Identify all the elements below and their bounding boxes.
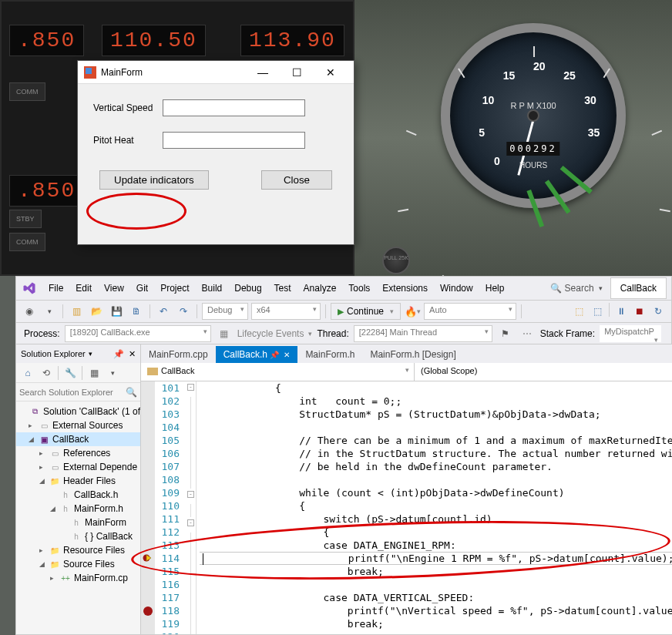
- breakpoint-icon[interactable]: [143, 606, 153, 616]
- pause-icon[interactable]: ⏸: [613, 303, 630, 320]
- pin-icon[interactable]: 📌: [270, 351, 279, 359]
- code-line[interactable]: case DATA_ENGINE1_RPM:: [203, 539, 672, 552]
- restart-icon[interactable]: ↻: [650, 303, 667, 320]
- tree-item[interactable]: hMainForm: [16, 516, 140, 529]
- menu-git[interactable]: Git: [130, 280, 154, 297]
- process-dropdown[interactable]: [18920] CallBack.exe: [65, 325, 211, 342]
- panel-close-icon[interactable]: ✕: [129, 349, 136, 359]
- code-line[interactable]: [203, 421, 672, 434]
- vertical-speed-input[interactable]: [163, 99, 305, 116]
- auto-dropdown[interactable]: Auto: [424, 303, 516, 320]
- tree-item[interactable]: ▸▭External Depende: [16, 460, 140, 474]
- menu-window[interactable]: Window: [434, 280, 479, 297]
- redo-icon[interactable]: ↷: [175, 303, 192, 320]
- fold-toggle-icon[interactable]: -: [187, 384, 194, 391]
- stack-frame-dropdown[interactable]: MyDispatchP: [600, 325, 661, 342]
- code-line[interactable]: printf("\nEngine 1 RPM = %f", pS->datum[…: [203, 552, 672, 565]
- code-line[interactable]: case DATA_VERTICAL_SPEED:: [203, 591, 672, 604]
- tree-item[interactable]: ◢📁Header Files: [16, 474, 140, 488]
- code-line[interactable]: {: [203, 381, 672, 395]
- code-area[interactable]: 1011021031041051061071081091101111121131…: [141, 381, 672, 634]
- nav-fwd-icon[interactable]: ▾: [41, 303, 58, 320]
- tree-item[interactable]: h{ } CallBack: [16, 529, 140, 543]
- continue-button[interactable]: ▶ Continue▾: [331, 303, 401, 320]
- menu-extensions[interactable]: Extensions: [376, 280, 434, 297]
- nav-back-icon[interactable]: ◉: [21, 303, 38, 320]
- code-line[interactable]: while (count < (int)pObjData->dwDefineCo…: [203, 486, 672, 499]
- menu-project[interactable]: Project: [154, 280, 195, 297]
- pitot-heat-input[interactable]: [163, 132, 305, 149]
- save-icon[interactable]: 💾: [108, 303, 125, 320]
- tree-item[interactable]: ⧉Solution 'CallBack' (1 of: [16, 405, 140, 418]
- sync-icon[interactable]: ⟲: [38, 365, 55, 381]
- prop-icon[interactable]: 🔧: [62, 365, 79, 381]
- tree-item[interactable]: ◢▣CallBack: [16, 432, 140, 446]
- solution-tab[interactable]: CallBack: [610, 277, 667, 299]
- menu-edit[interactable]: Edit: [69, 280, 98, 297]
- code-line[interactable]: {: [203, 499, 672, 512]
- minimize-button[interactable]: —: [246, 62, 280, 83]
- menu-test[interactable]: Test: [268, 280, 297, 297]
- editor-tab[interactable]: MainForm.cpp: [141, 346, 216, 363]
- pull-knob[interactable]: PULL 25K: [382, 247, 410, 274]
- flag-icon[interactable]: ⚑: [497, 325, 514, 342]
- code-line[interactable]: StructDatum* pS = (StructDatum*)&pObjDat…: [203, 408, 672, 421]
- comm-button-2[interactable]: COMM: [9, 233, 45, 251]
- search-menu[interactable]: 🔍 Search▾: [550, 283, 603, 294]
- tree-item[interactable]: hCallBack.h: [16, 488, 140, 502]
- editor-tab[interactable]: MainForm.h: [297, 346, 362, 363]
- update-indicators-button[interactable]: Update indicators: [99, 170, 209, 190]
- menu-help[interactable]: Help: [479, 280, 511, 297]
- code-line[interactable]: // There can be a minimum of 1 and a max…: [203, 434, 672, 447]
- code-line[interactable]: break;: [203, 617, 672, 630]
- nav-project-dropdown[interactable]: CallBack: [141, 363, 415, 381]
- lifecycle-icon[interactable]: ▦: [216, 325, 233, 342]
- collapse-icon[interactable]: ▾: [104, 365, 121, 381]
- tree-item[interactable]: ◢📁Source Files: [16, 557, 140, 571]
- step-icon-1[interactable]: ⬚: [570, 303, 587, 320]
- tree-item[interactable]: ◢hMainForm.h: [16, 502, 140, 516]
- code-line[interactable]: switch (pS->datum[count].id): [203, 512, 672, 526]
- home-icon[interactable]: ⌂: [19, 365, 36, 381]
- comm-button-1[interactable]: COMM: [9, 82, 45, 101]
- tree-item[interactable]: ▸▭External Sources: [16, 418, 140, 432]
- menu-debug[interactable]: Debug: [228, 280, 267, 297]
- solexp-search[interactable]: 🔍: [16, 383, 140, 401]
- solexp-search-input[interactable]: [19, 388, 126, 397]
- show-all-icon[interactable]: ▦: [86, 365, 102, 381]
- code-line[interactable]: [203, 473, 672, 486]
- undo-icon[interactable]: ↶: [155, 303, 172, 320]
- stop-icon[interactable]: ⏹: [631, 303, 648, 320]
- open-icon[interactable]: 📂: [88, 303, 105, 320]
- close-button[interactable]: Close: [261, 170, 332, 190]
- fold-toggle-icon[interactable]: -: [187, 519, 194, 526]
- menu-file[interactable]: File: [42, 280, 69, 297]
- save-all-icon[interactable]: 🗎: [128, 303, 145, 320]
- code-line[interactable]: {: [203, 526, 672, 539]
- menu-tools[interactable]: Tools: [342, 280, 376, 297]
- tree-item[interactable]: ▸▭References: [16, 446, 140, 460]
- code-line[interactable]: [203, 578, 672, 591]
- menu-build[interactable]: Build: [196, 280, 229, 297]
- thread-dropdown[interactable]: [22284] Main Thread: [354, 325, 492, 342]
- menu-analyze[interactable]: Analyze: [297, 280, 343, 297]
- stby-button[interactable]: STBY: [9, 210, 42, 228]
- code-line[interactable]: printf("\nVertical speed = %f", pS->datu…: [203, 604, 672, 617]
- config-dropdown[interactable]: Debug: [202, 303, 248, 320]
- code-line[interactable]: // be held in the dwDefineCount paramete…: [203, 460, 672, 473]
- fold-toggle-icon[interactable]: -: [187, 491, 194, 498]
- tree-item[interactable]: ▸++MainForm.cp: [16, 571, 140, 585]
- code-line[interactable]: // in the StructDatum structure. The act…: [203, 447, 672, 460]
- editor-tab[interactable]: MainForm.h [Design]: [362, 346, 463, 363]
- hot-reload-icon[interactable]: 🔥▾: [404, 303, 421, 320]
- new-icon[interactable]: ▥: [68, 303, 85, 320]
- titlebar[interactable]: MainForm — ☐ ✕: [78, 61, 354, 84]
- menu-view[interactable]: View: [98, 280, 130, 297]
- close-tab-icon[interactable]: ✕: [284, 351, 290, 359]
- code-line[interactable]: [203, 630, 672, 634]
- code-line[interactable]: break;: [203, 565, 672, 578]
- close-window-button[interactable]: ✕: [314, 62, 348, 83]
- step-icon-2[interactable]: ⬚: [589, 303, 606, 320]
- threads-icon[interactable]: ⋯: [519, 325, 536, 342]
- tree-item[interactable]: ▸📁Resource Files: [16, 543, 140, 557]
